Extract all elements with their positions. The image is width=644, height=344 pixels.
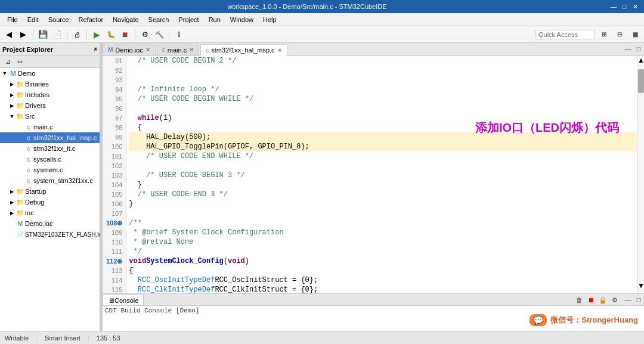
close-button[interactable]: ✕ [631,2,639,11]
tree-item-system[interactable]: c system_stm32f1xx.c [0,175,100,186]
tree-item-demo-ioc[interactable]: M Demo.ioc [0,218,100,229]
back-button[interactable]: ◀ [2,28,16,41]
clear-console-button[interactable]: 🗑 [574,295,584,305]
tree-item-drivers[interactable]: ▶ 📁 Drivers [0,100,100,111]
tree-item-it-c[interactable]: c stm32f1xx_it.c [0,143,100,154]
ld-icon: 📄 [16,231,25,238]
code-line: */ [129,247,637,256]
menu-project[interactable]: Project [174,15,203,24]
editor-scrollbar[interactable]: ▲ ▼ [637,56,644,293]
tree-item-debug[interactable]: ▶ 📁 Debug [0,197,100,207]
lock-scroll-button[interactable]: 🔒 [597,295,608,305]
perspective-button[interactable]: ⊞ [597,28,611,41]
tab-hal-msp[interactable]: c stm32f1xx_hal_msp.c ✕ [200,44,287,56]
code-line: /* USER CODE BEGIN 2 */ [129,56,637,66]
arrow-icon: ▶ [8,92,16,98]
tree-item-inc[interactable]: ▶ 📁 Inc [0,207,100,218]
stop-console-button[interactable]: ⏹ [586,295,596,305]
menu-edit[interactable]: Edit [23,15,44,24]
minimize-view-button[interactable]: ▦ [628,28,642,41]
tree-item-hal-msp[interactable]: c stm32f1xx_hal_msp.c [0,132,100,143]
tab-close-button[interactable]: ✕ [189,47,194,53]
arrow-icon: ▼ [1,70,8,76]
code-line: /* USER CODE BEGIN 3 */ [129,171,637,180]
status-sep-2: | [88,334,89,342]
tab-close-button[interactable]: ✕ [145,47,150,53]
tab-close-button[interactable]: ✕ [277,47,282,54]
menu-navigate[interactable]: Navigate [108,15,143,24]
project-label: Demo [18,70,35,77]
tree-item-flash-ld[interactable]: 📄 STM32F103ZETX_FLASH.ld [0,229,100,240]
file-icon: c [24,156,33,163]
maximize-console-button[interactable]: □ [633,295,644,305]
collapse-panel-button[interactable]: × [94,46,97,52]
menu-file[interactable]: File [2,15,23,24]
arrow-icon: ▼ [8,113,16,119]
code-line: RCC_ClkInitTypeDef RCC_ClkInitStruct = {… [129,285,637,293]
menu-search[interactable]: Search [144,15,174,24]
code-line: } [129,180,637,190]
code-line: while (1) [129,113,637,123]
tree-item-src[interactable]: ▼ 📁 Src [0,111,100,122]
run-button[interactable]: ▶ [90,28,103,41]
tree-item-startup[interactable]: ▶ 📁 Startup [0,186,100,197]
tree-item-demo[interactable]: ▼ M Demo [0,68,100,79]
minimize-editor-button[interactable]: — [623,44,633,54]
project-explorer-header: Project Explorer × [0,43,100,56]
minimize-button[interactable]: — [609,2,618,11]
tree-item-sysmem[interactable]: c sysmem.c [0,165,100,175]
code-line: /* USER CODE END 3 */ [129,190,637,199]
file-icon: c [24,135,33,141]
tab-main-c[interactable]: c main.c ✕ [157,44,199,55]
tab-label: stm32f1xx_hal_msp.c [211,47,274,54]
tree-item-binaries[interactable]: ▶ 📁 Binaries [0,79,100,89]
console-settings-button[interactable]: ⚙ [609,295,620,305]
maximize-editor-button[interactable]: □ [633,44,644,54]
forward-button[interactable]: ▶ [17,28,30,41]
status-writable: Writable [5,334,29,342]
project-explorer-panel: Project Explorer × ⊿ ⇔ ▼ M Demo ▶ 📁 Bina… [0,43,100,344]
tree-item-includes[interactable]: ▶ 📁 Includes [0,89,100,100]
link-editor-button[interactable]: ⇔ [14,57,25,67]
menu-source[interactable]: Source [44,15,74,24]
menu-run[interactable]: Run [204,15,225,24]
code-content-area[interactable]: /* USER CODE BEGIN 2 */ /* Infinite loop… [126,56,637,293]
new-file-button[interactable]: 📄 [51,28,64,41]
code-line [129,161,637,171]
info-button[interactable]: ℹ [172,28,185,41]
editor-panel: M Demo.ioc ✕ c main.c ✕ c stm32f1xx_hal_… [103,43,644,344]
console-tab[interactable]: 🖥 Console [103,295,144,305]
quick-access-input[interactable] [535,30,595,39]
scroll-thumb[interactable] [638,69,644,93]
debug-button[interactable]: 🐛 [104,28,117,41]
settings-button[interactable]: ⚙ [138,28,151,41]
project-tree: ▼ M Demo ▶ 📁 Binaries ▶ 📁 Includes ▶ 📁 D… [0,68,100,344]
file-label: syscalls.c [33,156,61,163]
menu-window[interactable]: Window [225,15,258,24]
maximize-button[interactable]: □ [620,2,628,11]
toolbar-separator-3 [86,29,87,40]
minimize-console-button[interactable]: — [623,295,633,305]
collapse-all-button[interactable]: ⊿ [2,57,13,67]
code-line [129,75,637,85]
build-button[interactable]: 🔨 [153,28,166,41]
tree-item-main-c[interactable]: c main.c [0,122,100,132]
status-bar: Writable | Smart Insert | 135 : 53 [0,331,644,344]
code-editor[interactable]: 91 92 93 94 95 96 97 98 99 100 101 102 1… [103,56,644,293]
menu-help[interactable]: Help [258,15,281,24]
explorer-toolbar: ⊿ ⇔ [0,56,100,68]
file-icon: c [24,178,33,184]
menu-refactor[interactable]: Refactor [74,15,109,24]
tree-item-syscalls[interactable]: c syscalls.c [0,154,100,165]
code-line: /* Infinite loop */ [129,85,637,94]
scroll-up-btn[interactable]: ▲ [637,56,644,68]
tab-demo-ioc[interactable]: M Demo.ioc ✕ [103,44,156,55]
tab-label: Demo.ioc [115,47,143,54]
view-button[interactable]: ⊟ [613,28,626,41]
print-button[interactable]: 🖨 [70,28,83,41]
tab-icon: M [108,47,113,53]
scroll-down-btn[interactable]: ▼ [637,281,644,293]
save-button[interactable]: 💾 [36,28,49,41]
code-line: * @retval None [129,237,637,247]
stop-button[interactable]: ⏹ [119,28,132,41]
